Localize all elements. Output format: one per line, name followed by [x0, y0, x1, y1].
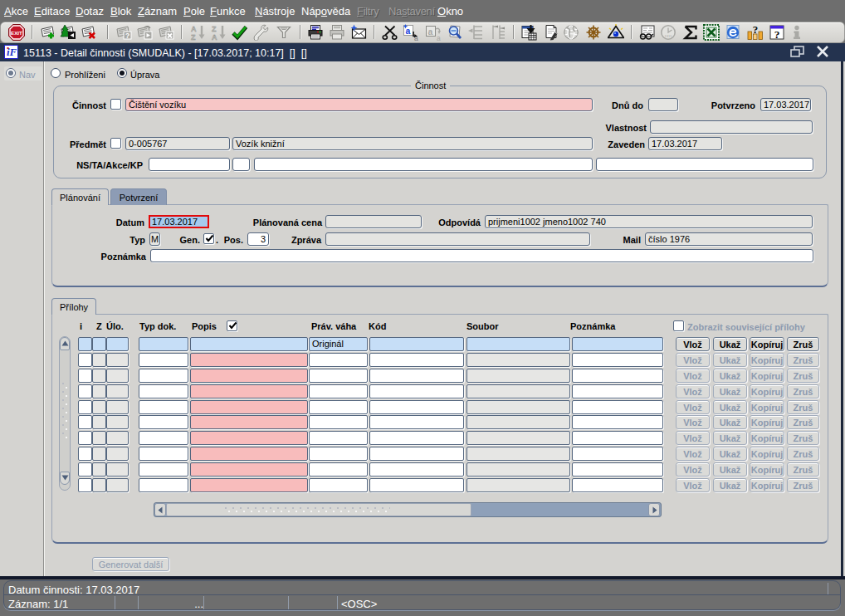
svg-text:EXIT: EXIT	[11, 30, 22, 36]
svg-text:a: a	[437, 34, 441, 42]
svg-text:A: A	[212, 33, 217, 42]
svg-text:1315: 1315	[665, 34, 673, 38]
svg-text:Z: Z	[191, 33, 196, 42]
svg-text:?: ?	[774, 28, 780, 41]
svg-text:a: a	[428, 27, 433, 37]
svg-text:a: a	[414, 34, 418, 42]
svg-text:?: ?	[125, 32, 129, 40]
svg-text:A: A	[191, 25, 197, 33]
svg-text:?: ?	[753, 24, 759, 36]
svg-text:Z: Z	[212, 25, 217, 33]
